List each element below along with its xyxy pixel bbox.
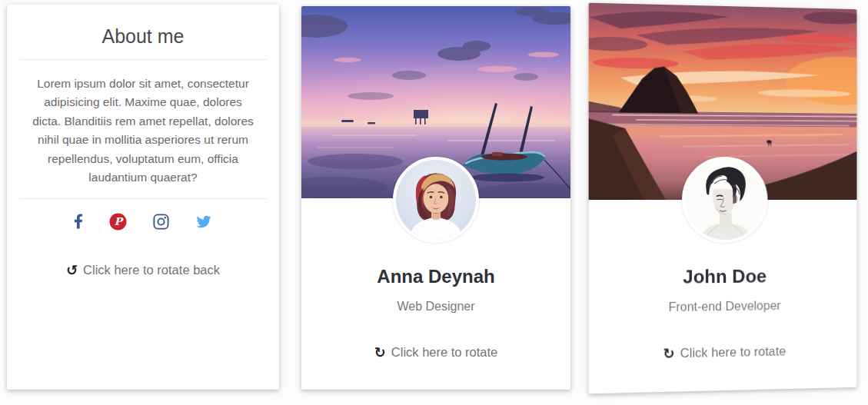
profile-name: Anna Deynah <box>301 266 570 287</box>
rotate-back-link[interactable]: ↺ Click here to rotate back <box>7 263 279 277</box>
rotate-icon: ↻ <box>663 347 674 360</box>
instagram-icon[interactable] <box>153 214 169 230</box>
profile-name: John Doe <box>589 265 857 289</box>
profile-occupation: Web Designer <box>301 300 570 314</box>
about-card: About me Lorem ipsum dolor sit amet, con… <box>7 5 279 390</box>
about-card-title: About me <box>19 25 267 48</box>
rotate-back-icon: ↺ <box>66 264 78 277</box>
rotate-label: Click here to rotate <box>680 344 787 361</box>
avatar-john <box>682 157 768 244</box>
rotate-icon: ↻ <box>374 346 386 360</box>
twitter-icon[interactable] <box>195 214 212 229</box>
avatar-anna <box>393 157 479 243</box>
profile-card-john: John Doe Front-end Developer ↻ Click her… <box>589 3 857 394</box>
rotate-link-john[interactable]: ↻ Click here to rotate <box>589 343 857 363</box>
facebook-icon[interactable] <box>74 214 83 229</box>
rotate-back-label: Click here to rotate back <box>83 263 220 277</box>
divider <box>19 198 267 199</box>
profile-card-anna: Anna Deynah Web Designer ↻ Click here to… <box>301 6 570 390</box>
divider <box>19 59 267 60</box>
page: About me Lorem ipsum dolor sit amet, con… <box>0 0 868 405</box>
social-links-row: P <box>7 212 279 231</box>
pinterest-icon[interactable]: P <box>109 213 127 231</box>
rotate-label: Click here to rotate <box>391 345 497 360</box>
profile-occupation: Front-end Developer <box>589 298 857 316</box>
about-card-text: Lorem ipsum dolor sit amet, consectetur … <box>30 75 256 187</box>
rotate-link-anna[interactable]: ↻ Click here to rotate <box>301 345 570 360</box>
